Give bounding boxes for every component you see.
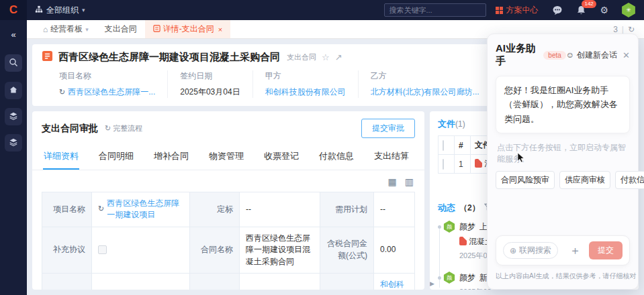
header-field-2: 甲方和创科技股份有限公司 <box>252 70 358 98</box>
select-all-checkbox[interactable] <box>443 140 444 151</box>
org-selector[interactable]: 全部组织 ▾ <box>35 5 85 16</box>
solution-center-label: 方案中心 <box>506 5 538 16</box>
pdf-icon <box>475 159 482 168</box>
chevron-down-icon: ▾ <box>82 7 85 13</box>
mouse-cursor <box>517 152 525 166</box>
cell-value <box>92 227 190 273</box>
cell-label: 甲方 <box>320 274 374 290</box>
full-flow-link[interactable]: ↻ 完整流程 <box>105 123 142 133</box>
tab-label: 经营看板 <box>50 23 83 35</box>
collapse-sidebar-icon[interactable]: « <box>11 30 15 40</box>
activity-section-title[interactable]: 动态 <box>438 202 455 214</box>
cell-link[interactable]: 和创科技股份有限公司 <box>380 279 408 290</box>
tab-详情-支出合同[interactable]: 详情-支出合同× <box>145 20 230 38</box>
sidebar-home-button[interactable] <box>5 82 22 99</box>
header-field-1: 签约日期2025年03月04日 <box>167 70 252 98</box>
solution-center-link[interactable]: 方案中心 <box>496 5 538 16</box>
ai-submit-button[interactable]: 提交 <box>589 241 623 259</box>
cell-label: 合同编号 <box>42 274 92 290</box>
activity-user[interactable]: 颜梦 <box>459 221 475 233</box>
ai-assistant-panel: AI业务助手 beta ☺ 创建新会话 ✕ 您好！我是红圈AI业务助手（尝鲜版）… <box>487 34 639 290</box>
tab-支出合同[interactable]: 支出合同 <box>97 20 145 38</box>
table-row: 项目名称↻西青区绿色生态屏障一期建设项目定标--需用计划-- <box>42 192 414 227</box>
cell-value: -- <box>374 192 414 227</box>
close-tab-icon[interactable]: × <box>218 25 222 34</box>
sidebar-search-button[interactable] <box>5 54 22 72</box>
tab-经营看板[interactable]: ⌂经营看板▾ <box>35 20 97 38</box>
brand-logo: C <box>0 0 27 20</box>
form-icon <box>153 25 160 34</box>
external-link-icon[interactable]: ↗ <box>335 52 342 62</box>
contract-type-tag: 支出合同 <box>287 52 316 62</box>
field-value[interactable]: 和创科技股份有限公司 <box>265 86 346 98</box>
add-attachment-icon[interactable]: ＋ <box>569 243 581 258</box>
index-header: # <box>455 136 471 155</box>
table-toolbar: ▦ ▥ <box>32 170 424 192</box>
cell-label: 需用计划 <box>320 192 374 227</box>
submit-approval-button[interactable]: 提交审批 <box>361 119 415 138</box>
file-checkbox[interactable] <box>443 159 444 170</box>
web-search-label: 联网搜索 <box>519 245 551 256</box>
refresh-icon[interactable]: ↻ <box>628 25 635 34</box>
file-select-cell <box>439 155 455 174</box>
header-field-0: 项目名称↻西青区绿色生态屏障一... <box>42 70 167 98</box>
global-search-input[interactable] <box>385 6 486 14</box>
files-label[interactable]: 文件 <box>438 119 455 129</box>
web-search-toggle[interactable]: ⊕ 联网搜索 <box>503 242 558 259</box>
app-window: C « <box>0 0 644 295</box>
layers-icon <box>9 111 18 123</box>
flow-icon: ↻ <box>105 124 111 133</box>
globe-icon: ⊕ <box>510 246 516 255</box>
column-settings-icon[interactable]: ▥ <box>405 176 414 187</box>
user-avatar[interactable]: ✳ <box>621 3 636 17</box>
sidebar-modules-button[interactable] <box>5 134 22 152</box>
activity-count: （2） <box>459 202 480 214</box>
avatar: 颜 <box>443 272 455 284</box>
detail-tab-增补合同[interactable]: 增补合同 <box>153 144 189 170</box>
messages-button[interactable] <box>552 5 563 15</box>
detail-tab-支出结算[interactable]: 支出结算 <box>373 144 410 170</box>
field-value[interactable]: 北方材料(北京)有限公司廊坊... <box>371 86 479 98</box>
approval-title: 支出合同审批 <box>42 123 98 135</box>
checkbox[interactable] <box>98 245 107 254</box>
cell-label: 含税合同金额(公式) <box>320 227 374 273</box>
cell-value: ↻西青区绿色生态屏障一期建设项目 <box>92 192 190 227</box>
ai-disclaimer: 以上内容由AI生成，结果仅供参考，请仔细核对 <box>496 272 630 281</box>
new-session-label: 创建新会话 <box>577 50 617 61</box>
rail-expand-handle[interactable]: ▶ <box>430 280 434 287</box>
field-value[interactable]: ↻西青区绿色生态屏障一... <box>59 86 155 98</box>
chevron-down-icon: ▾ <box>85 26 89 33</box>
settings-button[interactable]: ⚙ <box>600 5 608 15</box>
contract-doc-icon <box>42 50 53 64</box>
ai-greeting-card: 您好！我是红圈AI业务助手（尝鲜版），助您高效解决各类问题。 <box>496 76 630 133</box>
activity-user[interactable]: 颜梦 <box>459 272 475 284</box>
detail-tab-收票登记[interactable]: 收票登记 <box>263 144 300 170</box>
field-value-text: 2025年03月04日 <box>180 86 240 98</box>
cell-link[interactable]: 西青区绿色生态屏障一期建设项目 <box>107 198 183 221</box>
ai-task-button-合同风险预审[interactable]: 合同风险预审 <box>496 171 555 189</box>
detail-tab-物资管理[interactable]: 物资管理 <box>208 144 244 170</box>
field-value-text: 西青区绿色生态屏障一... <box>68 86 155 98</box>
detail-tab-详细资料[interactable]: 详细资料 <box>43 144 79 170</box>
global-search[interactable] <box>384 3 486 17</box>
ai-task-button-付款信息比对[interactable]: 付款信息比对 <box>615 171 644 189</box>
org-label: 全部组织 <box>46 5 79 16</box>
full-flow-label: 完整流程 <box>113 123 142 133</box>
cell-value: -- <box>240 192 320 227</box>
cell-value: 西青区绿色生态屏障一期建设项目混凝土采购合同 <box>240 227 320 273</box>
star-icon[interactable]: ☆ <box>322 52 330 62</box>
new-session-button[interactable]: ☺ 创建新会话 <box>566 50 617 61</box>
tab-label: 详情-支出合同 <box>163 23 214 35</box>
sidebar-apps-button[interactable] <box>5 108 22 125</box>
detail-tab-付款信息[interactable]: 付款信息 <box>318 144 355 170</box>
ai-task-button-供应商审核[interactable]: 供应商审核 <box>559 171 610 189</box>
cell-value: 0.00 <box>374 227 414 273</box>
ai-input-bar[interactable]: ⊕ 联网搜索 ＋ 提交 <box>496 235 630 266</box>
files-count: (1) <box>455 119 465 129</box>
notifications-button[interactable]: 142 <box>576 5 586 15</box>
detail-tab-合同明细[interactable]: 合同明细 <box>98 144 134 170</box>
divider: | <box>622 25 624 34</box>
close-icon[interactable]: ✕ <box>623 50 630 60</box>
table-view-icon[interactable]: ▦ <box>388 176 397 187</box>
beta-badge: beta <box>543 51 565 60</box>
